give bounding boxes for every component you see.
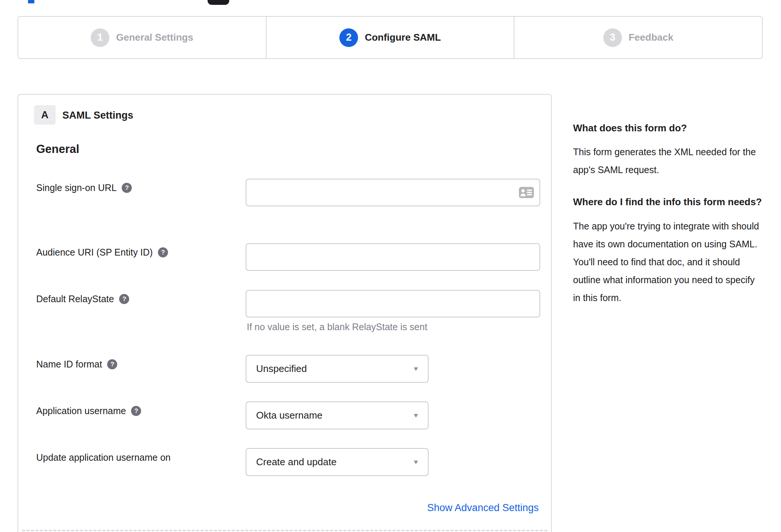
step-number-badge: 1 [91, 28, 109, 47]
app-username-label-text: Application username [36, 406, 126, 416]
help-icon[interactable]: ? [158, 247, 168, 257]
help-q2-title: Where do I find the info this form needs… [573, 195, 763, 209]
name-id-format-value: Unspecified [256, 363, 307, 375]
audience-uri-label: Audience URI (SP Entity ID) ? [36, 247, 168, 258]
chevron-down-icon: ▼ [413, 366, 420, 372]
step-configure-saml[interactable]: 2 Configure SAML [266, 17, 514, 58]
relay-state-hint: If no value is set, a blank RelayState i… [247, 322, 427, 332]
relay-state-input[interactable] [246, 290, 540, 317]
help-panel: What does this form do? This form genera… [573, 121, 763, 323]
chevron-down-icon: ▼ [413, 459, 420, 466]
section-dashed-divider [22, 530, 547, 531]
step-label: General Settings [116, 32, 193, 43]
general-section-heading: General [36, 143, 79, 156]
sso-url-input[interactable] [246, 179, 540, 206]
help-icon[interactable]: ? [107, 359, 117, 369]
name-id-format-label-text: Name ID format [36, 359, 102, 370]
step-general-settings[interactable]: 1 General Settings [18, 17, 266, 58]
help-icon[interactable]: ? [119, 294, 129, 304]
update-username-value: Create and update [256, 456, 336, 468]
step-feedback[interactable]: 3 Feedback [514, 17, 762, 58]
section-a-badge: A [34, 105, 56, 125]
autofill-contact-icon[interactable] [519, 187, 534, 198]
cropped-logo-fragment [208, 0, 229, 5]
update-username-label-text: Update application username on [36, 452, 171, 463]
saml-settings-card: A SAML Settings General Single sign-on U… [18, 94, 552, 532]
cropped-link-fragment [28, 0, 34, 3]
update-username-select[interactable]: Create and update ▼ [246, 448, 429, 476]
relay-state-label-text: Default RelayState [36, 294, 114, 304]
step-label: Feedback [629, 32, 673, 43]
update-username-label: Update application username on [36, 452, 171, 463]
show-advanced-settings-link[interactable]: Show Advanced Settings [427, 502, 539, 514]
name-id-format-label: Name ID format ? [36, 359, 117, 370]
app-username-value: Okta username [256, 410, 323, 421]
help-q1-body: This form generates the XML needed for t… [573, 143, 763, 179]
help-q1-title: What does this form do? [573, 121, 763, 135]
app-username-label: Application username ? [36, 406, 141, 416]
wizard-stepper: 1 General Settings 2 Configure SAML 3 Fe… [18, 16, 763, 59]
step-number-badge: 3 [603, 28, 622, 47]
step-number-badge: 2 [339, 28, 358, 47]
help-q2-body: The app you're trying to integrate with … [573, 217, 763, 307]
audience-uri-label-text: Audience URI (SP Entity ID) [36, 247, 153, 258]
sso-url-label-text: Single sign-on URL [36, 182, 116, 193]
help-icon[interactable]: ? [131, 406, 141, 416]
name-id-format-select[interactable]: Unspecified ▼ [246, 355, 429, 383]
card-title: SAML Settings [62, 110, 133, 121]
app-username-select[interactable]: Okta username ▼ [246, 401, 429, 429]
step-label: Configure SAML [365, 32, 441, 43]
chevron-down-icon: ▼ [413, 412, 420, 419]
relay-state-label: Default RelayState ? [36, 294, 129, 304]
sso-url-label: Single sign-on URL ? [36, 182, 132, 193]
help-icon[interactable]: ? [122, 183, 132, 193]
audience-uri-input[interactable] [246, 243, 540, 271]
